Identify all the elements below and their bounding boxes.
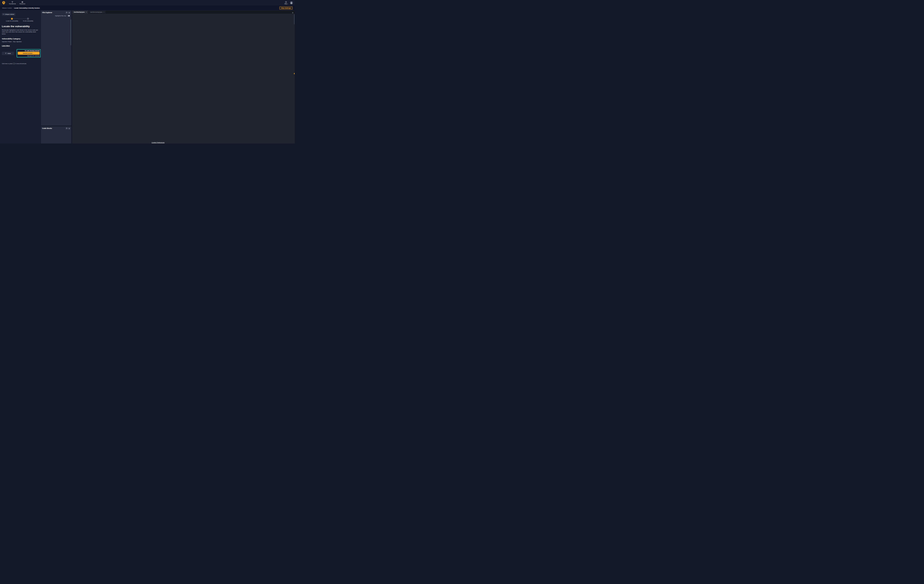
nav-label: Tournaments xyxy=(9,3,16,5)
editor-tab-userserviceimpl-java[interactable]: UserServiceImpl.java× xyxy=(88,10,106,14)
main-content: Collapse sidebar 1 2 Locate the vulnerab… xyxy=(0,10,295,143)
grid-icon xyxy=(21,1,23,3)
explorer-column: File Explorer Highlighted files only Cod… xyxy=(41,10,71,143)
step-2-indicator: 2 xyxy=(27,18,29,20)
collapse-sidebar-button[interactable]: Collapse sidebar xyxy=(2,13,15,16)
editor-tabbar: UserDaoImpl.java×UserServiceImpl.java× xyxy=(72,10,295,14)
instructions: Review the highlighted code blocks in th… xyxy=(2,29,39,35)
trophy-icon xyxy=(12,1,13,3)
primary-nav: Tournaments Resources xyxy=(9,1,25,5)
nav-resources[interactable]: Resources xyxy=(20,1,25,5)
file-explorer-panel: File Explorer Highlighted files only xyxy=(41,10,71,126)
file-explorer-scroll-up-button[interactable] xyxy=(66,12,68,14)
file-explorer-scroll-down-button[interactable] xyxy=(68,12,70,14)
highlight-scroll-marker xyxy=(294,73,295,74)
submit-answer-button[interactable]: Submit answer → xyxy=(18,52,40,55)
vulnerability-category-heading: Vulnerability Category xyxy=(2,38,39,40)
file-tree xyxy=(41,18,71,126)
submit-highlight-box: 1/1 code block(s) selected Submit answer… xyxy=(16,49,41,58)
skip-challenge-button[interactable]: Skip challenge xyxy=(279,7,292,10)
code-blocks-next-button[interactable] xyxy=(68,127,70,130)
breadcrumb-current: Locate Vulnerability & Identify Solution xyxy=(14,7,40,9)
breadcrumb-separator: › xyxy=(13,7,13,9)
code-blocks-panel: Code blocks xyxy=(41,126,71,143)
breadcrumb-mission-control[interactable]: Mission Control xyxy=(2,7,12,9)
code-blocks-prev-button[interactable] xyxy=(66,127,68,130)
shortcuts-text-before: Click here or press xyxy=(2,63,13,64)
editor-settings-gear-icon[interactable] xyxy=(292,11,294,15)
chevron-down-icon xyxy=(287,3,288,4)
tab-close-icon[interactable]: × xyxy=(86,11,87,13)
highlighted-files-filter: Highlighted files only xyxy=(41,15,71,18)
app-logo[interactable] xyxy=(2,1,5,5)
editor-tabbar-tabs: UserDaoImpl.java×UserServiceImpl.java× xyxy=(72,10,106,14)
collapse-label: Collapse sidebar xyxy=(5,14,14,15)
tab-close-icon[interactable]: × xyxy=(104,11,104,13)
file-explorer-scrollbar[interactable] xyxy=(71,20,71,45)
tab-label: UserServiceImpl.java xyxy=(90,12,102,13)
challenge-sidebar: Collapse sidebar 1 2 Locate the vulnerab… xyxy=(0,10,41,143)
page-title: Locate the vulnerability xyxy=(2,25,39,28)
step-1-label: Locate the vulnerability xyxy=(5,20,20,21)
file-explorer-header: File Explorer xyxy=(41,10,71,15)
code-blocks-title: Code blocks xyxy=(42,127,52,129)
chevron-down-icon xyxy=(69,128,70,129)
vulnerability-category-value: Injection Flaws - SQL injection xyxy=(2,41,39,43)
chevron-up-icon xyxy=(66,128,67,129)
tab-label: UserDaoImpl.java xyxy=(74,12,85,13)
selected-count: 1/1 code block(s) selected xyxy=(18,50,40,51)
user-avatar[interactable] xyxy=(290,1,293,4)
code-lines xyxy=(72,14,295,143)
shortcuts-text-after: to see all shortcuts. xyxy=(15,63,26,64)
attempts-left: Attempts left: Unlimited xyxy=(18,55,40,56)
code-blocks-list xyxy=(41,130,71,131)
cookie-preferences-link[interactable]: Cookie Preferences xyxy=(152,141,165,143)
nav-tournaments[interactable]: Tournaments xyxy=(9,1,16,5)
code-blocks-header: Code blocks xyxy=(41,126,71,130)
help-label: Help xyxy=(284,3,287,5)
code-editor: UserDaoImpl.java×UserServiceImpl.java× xyxy=(72,10,295,143)
highlighted-files-label: Highlighted files only xyxy=(55,15,66,16)
shortcuts-hint[interactable]: Click here or press ? to see all shortcu… xyxy=(2,63,39,64)
count-badge: 1 xyxy=(6,31,8,33)
help-icon: ? xyxy=(285,1,287,3)
toggle-knob xyxy=(68,15,70,16)
step-1-indicator: 1 xyxy=(11,18,13,20)
chevron-up-icon xyxy=(66,12,67,13)
highlighted-files-toggle[interactable] xyxy=(67,15,70,16)
answer-actions: Hints 1/1 code block(s) selected Submit … xyxy=(2,49,39,61)
question-key: ? xyxy=(13,63,15,64)
progress-steps: 1 2 Locate the vulnerability Fix the vul… xyxy=(2,18,39,23)
learn-more-link[interactable]: Learn More xyxy=(2,45,10,46)
file-explorer-title: File Explorer xyxy=(42,12,52,13)
editor-scrollbar-thumb[interactable] xyxy=(294,14,295,25)
editor-tab-userdaoimpl-java[interactable]: UserDaoImpl.java× xyxy=(72,10,88,14)
navbar-right: ? Help xyxy=(284,1,293,5)
top-navbar: Tournaments Resources ? Help xyxy=(0,0,295,5)
chevron-left-icon xyxy=(3,14,4,15)
hints-button[interactable]: Hints xyxy=(2,52,14,55)
help-menu[interactable]: ? Help xyxy=(284,1,288,5)
step-2-label: Fix the vulnerability xyxy=(21,20,35,21)
nav-label: Resources xyxy=(20,3,25,5)
hints-label: Hints xyxy=(7,53,11,54)
lightbulb-icon xyxy=(5,53,7,54)
breadcrumb-bar: Mission Control › Locate Vulnerability &… xyxy=(0,5,295,10)
chevron-down-icon xyxy=(69,12,70,13)
